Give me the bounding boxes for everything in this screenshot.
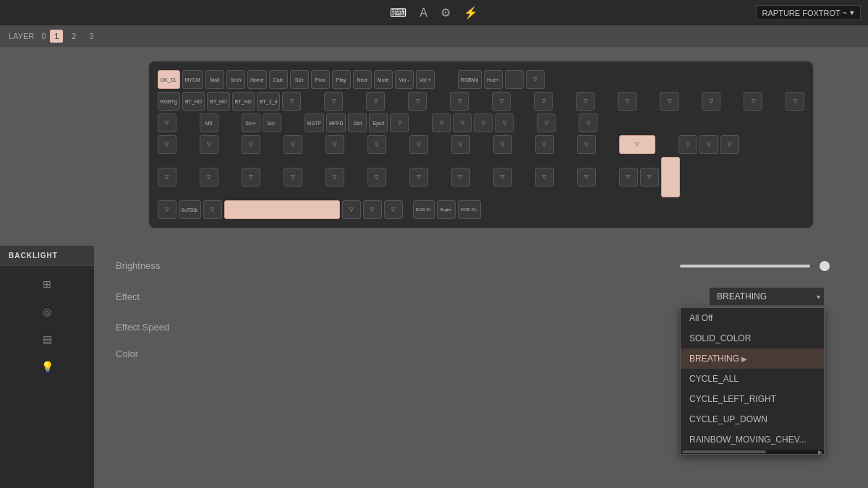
key-mstp[interactable]: MSTP — [305, 114, 324, 132]
key-rgb-si-plus[interactable]: RGB SI+ — [458, 200, 481, 219]
dropdown-item-cycle-left-right[interactable]: CYCLE_LEFT_RIGHT — [681, 389, 824, 409]
key-tri-r4-6[interactable]: ▽ — [367, 135, 386, 154]
key-tri-r4-5[interactable]: ▽ — [326, 135, 344, 154]
key-tri-r5-2[interactable]: ▽ — [200, 168, 218, 187]
key-tri-r4-8[interactable]: ▽ — [451, 135, 470, 154]
key-home[interactable]: Home — [247, 70, 267, 89]
key-tri-r5-1[interactable]: ▽ — [158, 168, 176, 187]
dropdown-item-all-off[interactable]: All Off — [681, 308, 824, 328]
key-tri-r4-11[interactable]: ▽ — [577, 135, 596, 154]
key-tri-r5-7[interactable]: ▽ — [409, 168, 428, 187]
key-tri-r3-1[interactable]: ▽ — [158, 114, 176, 132]
key-tri-r4-12[interactable]: ▽ — [678, 135, 697, 154]
key-tri-r2-6[interactable]: ▽ — [492, 92, 511, 111]
sliders-icon[interactable]: ⚡ — [464, 6, 478, 20]
key-tri-r6-4[interactable]: ▽ — [363, 200, 382, 219]
key-tri-r4-3[interactable]: ▽ — [242, 135, 260, 154]
key-bt-ho1[interactable]: BT_HO — [182, 92, 205, 111]
layer-0-button[interactable]: 1 — [50, 30, 63, 43]
key-tri-r4-1[interactable]: ▽ — [158, 135, 176, 154]
key-rgb-si-minus[interactable]: RGB SI- — [413, 200, 435, 219]
key-tri-r2-4[interactable]: ▽ — [408, 92, 427, 111]
key-bt-ho2[interactable]: BT_HO — [207, 92, 229, 111]
brightness-slider-track[interactable] — [680, 265, 825, 267]
dropdown-item-breathing[interactable]: BREATHING ▶ — [681, 348, 824, 369]
key-tri-r4-2[interactable]: ▽ — [200, 135, 218, 154]
key-prvs[interactable]: Prvs — [311, 70, 330, 89]
key-ok-cl[interactable]: OK_CL — [158, 70, 180, 89]
key-brght-minus[interactable]: Brght- — [437, 200, 456, 219]
key-tri-r5-6[interactable]: ▽ — [367, 168, 386, 187]
text-icon[interactable]: A — [420, 7, 427, 20]
layers-icon[interactable]: ⊞ — [36, 273, 58, 295]
key-tri-r6-1[interactable]: ▽ — [158, 200, 176, 219]
key-tri-r2-10[interactable]: ▽ — [660, 92, 678, 111]
key-tri-r5-3[interactable]: ▽ — [242, 168, 260, 187]
key-tri-r2-3[interactable]: ▽ — [366, 92, 385, 111]
dropdown-item-rainbow[interactable]: RAINBOW_MOVING_CHEV... — [681, 429, 824, 450]
backlight-button[interactable]: BACKLIGHT — [0, 246, 94, 266]
key-calc[interactable]: Calc — [269, 70, 288, 89]
key-scr-plus[interactable]: Scr+ — [242, 114, 260, 132]
key-tri-r4-10[interactable]: ▽ — [535, 135, 554, 154]
save-icon[interactable]: ▤ — [36, 328, 58, 350]
key-scr-minus[interactable]: Scr- — [263, 114, 281, 132]
key-tri-r5-4[interactable]: ▽ — [284, 168, 302, 187]
key-tri-r5-12[interactable]: ▽ — [619, 168, 638, 187]
key-next[interactable]: Next — [353, 70, 372, 89]
key-0x700b[interactable]: 0x700b — [179, 200, 201, 219]
key-bt24[interactable]: BT_2_4 — [257, 92, 281, 111]
key-tri-r4-13[interactable]: ▽ — [699, 135, 718, 154]
key-tri-r2-9[interactable]: ▽ — [618, 92, 637, 111]
key-tri-r2-8[interactable]: ▽ — [576, 92, 595, 111]
key-tri-r3-3[interactable]: ▽ — [432, 114, 451, 132]
layer-1-button[interactable]: 2 — [67, 30, 80, 43]
key-srch[interactable]: Srch — [226, 70, 245, 89]
dropdown-item-cycle-all[interactable]: CYCLE_ALL — [681, 369, 824, 389]
key-tri-r3-5[interactable]: ▽ — [474, 114, 493, 132]
key-tri-r4-4[interactable]: ▽ — [284, 135, 302, 154]
key-tri-r5-13[interactable]: ▽ — [640, 168, 659, 187]
key-tri-r3-2[interactable]: ▽ — [390, 114, 409, 132]
key-tri-r6-2[interactable]: ▽ — [203, 200, 222, 219]
key-tri-r2-2[interactable]: ▽ — [324, 92, 343, 111]
key-tri-r4-9[interactable]: ▽ — [493, 135, 512, 154]
key-tri-r5-8[interactable]: ▽ — [451, 168, 470, 187]
key-mffd[interactable]: MFFD — [326, 114, 346, 132]
effect-select[interactable]: BREATHING ▾ — [709, 287, 825, 306]
key-mycm[interactable]: MYCM — [182, 70, 203, 89]
key-vol-minus[interactable]: Vol - — [395, 70, 414, 89]
key-enter-pink[interactable] — [661, 157, 680, 197]
key-mute[interactable]: Mute — [374, 70, 393, 89]
key-mail[interactable]: Mail — [205, 70, 224, 89]
key-slct-r3[interactable]: Slct — [348, 114, 367, 132]
key-tri-r2-12[interactable]: ▽ — [744, 92, 762, 111]
key-spacebar[interactable] — [224, 200, 340, 219]
key-tri-r5-10[interactable]: ▽ — [535, 168, 554, 187]
key-tri1[interactable]: ▽ — [526, 70, 545, 89]
key-tri-r2-13[interactable]: ▽ — [786, 92, 804, 111]
bulb-icon[interactable]: 💡 — [36, 356, 58, 377]
key-tri-r6-3[interactable]: ▽ — [342, 200, 361, 219]
key-rgbtg[interactable]: RGBTg — [158, 92, 180, 111]
key-tri-r2-1[interactable]: ▽ — [282, 92, 301, 111]
key-tri-r4-7[interactable]: ▽ — [409, 135, 428, 154]
device-name[interactable]: RAPTURE FOXTROT ~ ▾ — [756, 5, 861, 20]
key-eject[interactable]: Eject — [369, 114, 388, 132]
dropdown-scrollbar[interactable]: ▶ — [681, 450, 824, 454]
key-tri-r3-4[interactable]: ▽ — [453, 114, 472, 132]
key-tri-r3-7[interactable]: ▽ — [537, 114, 556, 132]
key-m0[interactable]: M0 — [200, 114, 218, 132]
key-play[interactable]: Play — [332, 70, 351, 89]
key-tri-r2-11[interactable]: ▽ — [702, 92, 720, 111]
key-extra1[interactable] — [505, 70, 524, 89]
key-hue-plus[interactable]: Hue+ — [484, 70, 503, 89]
settings-icon[interactable]: ⚙ — [441, 6, 451, 20]
key-pink-r4[interactable]: ▽ — [619, 135, 655, 154]
key-tri-r5-5[interactable]: ▽ — [326, 168, 344, 187]
key-rgbmo[interactable]: RGBMo — [458, 70, 482, 89]
key-tri-r3-8[interactable]: ▽ — [579, 114, 597, 132]
key-vol-plus[interactable]: Vol + — [416, 70, 435, 89]
key-bt-ho3[interactable]: BT_HO — [232, 92, 255, 111]
key-tri-r6-5[interactable]: ▽ — [384, 200, 403, 219]
